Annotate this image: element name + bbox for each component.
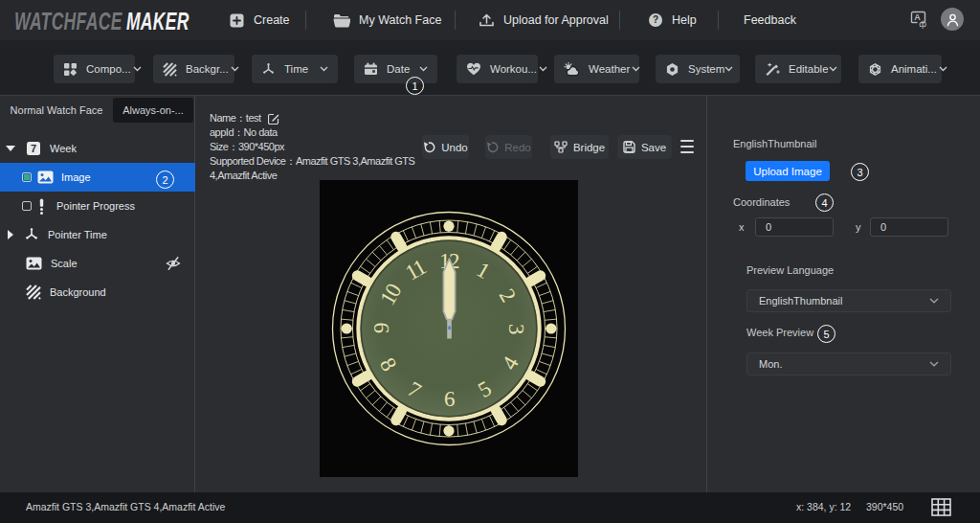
y-coordinate-input[interactable] bbox=[870, 217, 948, 237]
expand-arrow-icon[interactable] bbox=[6, 146, 15, 151]
translate-icon[interactable]: Aф bbox=[910, 11, 928, 29]
menu-hamburger-icon[interactable] bbox=[680, 140, 694, 153]
bridge-button[interactable]: Bridge bbox=[550, 135, 609, 159]
edit-icon[interactable] bbox=[268, 113, 279, 125]
menu-upload-for-approval[interactable]: Upload for Approval bbox=[479, 0, 609, 40]
top-bar: WATCHFACEMAKER Create My Watch Face Uplo… bbox=[0, 0, 980, 40]
status-devices: Amazfit GTS 3,Amazfit GTS 4,Amazfit Acti… bbox=[26, 501, 225, 512]
status-cursor-position: x: 384, y: 12 bbox=[796, 501, 851, 512]
animation-icon bbox=[868, 62, 882, 77]
x-coordinate-input[interactable] bbox=[755, 217, 834, 237]
chevron-down-icon bbox=[320, 66, 328, 72]
time-icon bbox=[261, 62, 276, 77]
x-label: x bbox=[739, 221, 745, 233]
annotation-number: 2 bbox=[162, 174, 167, 186]
editable-icon bbox=[765, 62, 780, 77]
toolbar-background-label: Backgr... bbox=[186, 63, 229, 75]
background-layer-icon bbox=[26, 284, 41, 300]
annotation-number: 3 bbox=[857, 167, 862, 178]
annotation-badge-5: 5 bbox=[817, 325, 835, 343]
annotation-badge-1: 1 bbox=[406, 77, 424, 95]
toolbar-system-button[interactable]: System bbox=[656, 55, 740, 83]
toolbar-background-button[interactable]: Backgr... bbox=[153, 55, 234, 83]
toolbar-time-label: Time bbox=[284, 63, 308, 75]
system-icon bbox=[665, 62, 679, 77]
svg-text:7: 7 bbox=[31, 143, 36, 154]
chevron-down-icon bbox=[829, 66, 837, 72]
menu-help-label: Help bbox=[672, 13, 697, 27]
menu-create[interactable]: Create bbox=[229, 0, 290, 40]
toolbar-date-button[interactable]: Date bbox=[354, 55, 437, 83]
menu-feedback[interactable]: Feedback bbox=[744, 0, 796, 40]
redo-icon bbox=[486, 141, 499, 153]
tree-item-label: Background bbox=[50, 286, 106, 298]
pointer-progress-checkbox[interactable] bbox=[22, 201, 32, 211]
watchface-preview[interactable]: 1 2 3 4 5 6 7 8 9 10 11 12 bbox=[320, 180, 578, 477]
folder-icon bbox=[333, 13, 350, 28]
annotation-badge-3: 3 bbox=[851, 163, 869, 181]
create-icon bbox=[229, 12, 245, 29]
tree-item-label: Week bbox=[50, 143, 77, 154]
toolbar-workout-label: Workou... bbox=[490, 63, 537, 75]
coordinates-label: Coordinates bbox=[733, 196, 790, 208]
toolbar-animation-button[interactable]: Animati... bbox=[858, 55, 942, 83]
tree-item-label: Image bbox=[61, 171, 91, 183]
layers-sidebar: Normal Watch Face Always-on-... 7 Week I… bbox=[0, 96, 195, 492]
tree-item-background[interactable]: Background bbox=[0, 278, 195, 307]
preview-language-value: EnglishThumbnail bbox=[759, 295, 842, 307]
toolbar-weather-label: Weather bbox=[589, 63, 630, 75]
toolbar-components-label: Compo... bbox=[86, 63, 131, 75]
logo-maker: MAKER bbox=[126, 8, 189, 34]
menu-create-label: Create bbox=[254, 13, 290, 27]
tree-item-pointer-progress[interactable]: Pointer Progress bbox=[0, 192, 195, 220]
tab-always-on-display[interactable]: Always-on-... bbox=[113, 98, 193, 123]
toolbar-editable-label: Editable bbox=[789, 63, 829, 75]
menu-help[interactable]: ? Help bbox=[648, 0, 697, 40]
component-toolbar: Compo... Backgr... Time Date bbox=[0, 40, 980, 96]
toolbar-components-button[interactable]: Compo... bbox=[54, 55, 135, 83]
watchface-maker-app: WATCHFACEMAKER Create My Watch Face Uplo… bbox=[0, 0, 980, 523]
toolbar-workout-button[interactable]: Workou... bbox=[457, 55, 538, 83]
preview-language-label: Preview Language bbox=[746, 264, 834, 276]
menu-separator bbox=[619, 11, 620, 30]
hamburger-bar bbox=[680, 151, 694, 153]
thumbnail-label: EnglishThumbnail bbox=[733, 138, 816, 149]
save-icon bbox=[623, 141, 635, 153]
menu-my-watch-face[interactable]: My Watch Face bbox=[333, 0, 441, 40]
annotation-number: 4 bbox=[821, 197, 827, 209]
tree-item-pointer-time[interactable]: Pointer Time bbox=[0, 220, 195, 249]
avatar[interactable] bbox=[941, 8, 964, 31]
hidden-eye-icon[interactable] bbox=[166, 257, 181, 270]
clock-numeral-6: 6 bbox=[444, 387, 455, 411]
save-label: Save bbox=[641, 142, 666, 153]
svg-text:?: ? bbox=[653, 14, 658, 25]
week-preview-label: Week Preview bbox=[746, 327, 813, 338]
clock-numeral-3: 3 bbox=[504, 324, 528, 334]
menu-my-watch-face-label: My Watch Face bbox=[359, 13, 441, 27]
hamburger-bar bbox=[680, 146, 694, 148]
tree-item-week[interactable]: 7 Week bbox=[0, 134, 195, 163]
upload-image-button[interactable]: Upload Image bbox=[746, 161, 830, 181]
redo-button[interactable]: Redo bbox=[485, 135, 532, 159]
preview-language-select[interactable]: EnglishThumbnail bbox=[746, 289, 951, 312]
toolbar-weather-button[interactable]: Weather bbox=[554, 55, 639, 83]
menu-upload-label: Upload for Approval bbox=[503, 13, 609, 27]
tree-item-scale[interactable]: Scale bbox=[0, 249, 195, 278]
undo-button[interactable]: Undo bbox=[422, 135, 469, 159]
redo-label: Redo bbox=[504, 142, 531, 153]
weather-icon bbox=[564, 62, 580, 76]
scale-icon bbox=[26, 257, 42, 270]
week-preview-select[interactable]: Mon. bbox=[746, 352, 951, 375]
toolbar-editable-button[interactable]: Editable bbox=[755, 55, 841, 83]
menu-feedback-label: Feedback bbox=[744, 13, 796, 27]
save-button[interactable]: Save bbox=[617, 135, 672, 159]
upload-icon bbox=[479, 12, 495, 28]
grid-icon[interactable] bbox=[931, 498, 951, 516]
toolbar-time-button[interactable]: Time bbox=[252, 55, 338, 83]
logo-watchface: WATCHFACE bbox=[14, 8, 122, 34]
tree-item-label: Pointer Time bbox=[48, 229, 107, 240]
tab-normal-watch-face[interactable]: Normal Watch Face bbox=[0, 98, 113, 123]
chevron-down-icon bbox=[632, 66, 640, 72]
collapse-arrow-icon[interactable] bbox=[8, 230, 13, 239]
image-checkbox[interactable] bbox=[22, 172, 32, 182]
